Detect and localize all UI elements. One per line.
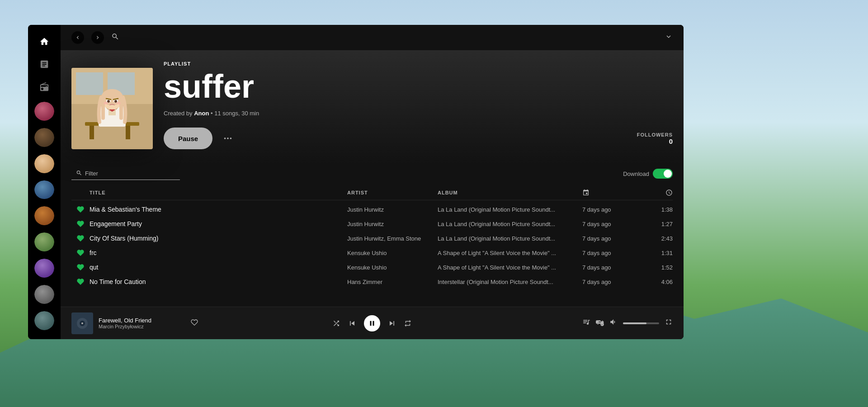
track-list-controls: Download — [71, 164, 673, 187]
track-artist: Justin Hurwitz — [347, 221, 438, 227]
svg-point-18 — [116, 102, 121, 104]
track-album: A Shape of Light "A Silent Voice the Mov… — [438, 250, 582, 256]
table-row[interactable]: City Of Stars (Humming) Justin Hurwitz, … — [71, 231, 673, 246]
pause-button[interactable]: Pause — [164, 128, 212, 149]
table-row[interactable]: Engagement Party Justin Hurwitz La La La… — [71, 217, 673, 231]
play-pause-button[interactable] — [364, 315, 380, 331]
download-toggle: Download — [623, 169, 673, 179]
top-nav — [61, 25, 684, 50]
track-date: 7 days ago — [582, 264, 646, 271]
sidebar-item-downloads[interactable] — [34, 55, 54, 74]
svg-point-21 — [230, 137, 232, 139]
player-controls — [332, 315, 412, 331]
track-heart[interactable] — [71, 220, 90, 227]
filter-search-icon — [76, 170, 82, 178]
toggle-knob — [664, 170, 672, 178]
track-duration: 1:38 — [646, 206, 673, 213]
svg-rect-2 — [76, 72, 103, 95]
filter-input[interactable] — [71, 167, 180, 180]
svg-point-25 — [81, 322, 83, 324]
now-playing-thumb — [71, 312, 93, 334]
track-heart[interactable] — [71, 235, 90, 242]
track-heart[interactable] — [71, 249, 90, 256]
col-album: ALBUM — [438, 189, 582, 196]
track-album: Interstellar (Original Motion Picture So… — [438, 279, 582, 285]
playlist-title: suffer — [164, 70, 673, 103]
now-playing-info: Farewell, Old Friend Marcin Przybyłowicz — [99, 317, 185, 329]
track-album: A Shape of Light "A Silent Voice the Mov… — [438, 264, 582, 271]
queue-icon[interactable] — [582, 318, 590, 328]
track-date: 7 days ago — [582, 206, 646, 213]
track-title: City Of Stars (Humming) — [90, 235, 347, 242]
track-artist: Hans Zimmer — [347, 279, 438, 285]
now-playing-artist: Marcin Przybyłowicz — [99, 324, 185, 329]
svg-rect-6 — [126, 126, 130, 139]
forward-button[interactable] — [91, 31, 104, 44]
track-artist: Justin Hurwitz — [347, 206, 438, 213]
track-duration: 2:43 — [646, 235, 673, 242]
app-window: PLAYLIST suffer Created by Anon • 11 son… — [28, 25, 684, 339]
sidebar-avatar-4[interactable] — [34, 180, 54, 199]
main-content: PLAYLIST suffer Created by Anon • 11 son… — [61, 25, 684, 339]
track-date: 7 days ago — [582, 235, 646, 242]
created-by-text: Created by — [164, 110, 194, 117]
col-heart — [71, 189, 90, 196]
volume-fill — [623, 322, 646, 324]
sidebar-avatar-5[interactable] — [34, 206, 54, 225]
sidebar-avatar-6[interactable] — [34, 232, 54, 251]
creator-link[interactable]: Anon — [194, 110, 209, 117]
track-heart[interactable] — [71, 278, 90, 285]
table-row[interactable]: No Time for Caution Hans Zimmer Interste… — [71, 274, 673, 289]
sidebar-item-radio[interactable] — [34, 77, 54, 96]
shuffle-button[interactable] — [332, 319, 340, 327]
track-duration: 4:06 — [646, 279, 673, 285]
sidebar-avatar-3[interactable] — [34, 154, 54, 173]
repeat-button[interactable] — [404, 319, 412, 327]
sidebar-item-home[interactable] — [34, 32, 54, 51]
next-button[interactable] — [387, 319, 396, 328]
prev-button[interactable] — [348, 319, 357, 328]
player-center — [205, 315, 539, 331]
more-options-button[interactable] — [220, 130, 236, 147]
sidebar-avatar-7[interactable] — [34, 259, 54, 278]
devices-icon[interactable] — [596, 318, 604, 328]
playlist-header: PLAYLIST suffer Created by Anon • 11 son… — [61, 50, 684, 164]
back-button[interactable] — [71, 31, 84, 44]
volume-bar[interactable] — [623, 322, 659, 324]
sidebar-avatar-9[interactable] — [34, 311, 54, 330]
now-playing-title: Farewell, Old Friend — [99, 317, 185, 324]
track-duration: 1:52 — [646, 264, 673, 271]
like-button[interactable] — [191, 319, 198, 328]
track-artist: Kensuke Ushio — [347, 250, 438, 256]
table-row[interactable]: Mia & Sebastian's Theme Justin Hurwitz L… — [71, 202, 673, 217]
track-heart[interactable] — [71, 206, 90, 213]
track-duration: 1:27 — [646, 221, 673, 227]
volume-icon[interactable] — [609, 318, 618, 328]
collapse-button[interactable] — [665, 33, 673, 43]
fullscreen-icon[interactable] — [665, 318, 673, 328]
svg-point-19 — [224, 137, 226, 139]
download-label: Download — [623, 170, 649, 177]
followers-count: 0 — [637, 137, 673, 145]
track-title: No Time for Caution — [90, 278, 347, 285]
svg-point-16 — [114, 100, 117, 103]
col-artist: ARTIST — [347, 189, 438, 196]
player-left: Farewell, Old Friend Marcin Przybyłowicz — [71, 312, 198, 334]
track-table-header: TITLE ARTIST ALBUM — [71, 187, 673, 200]
track-date: 7 days ago — [582, 279, 646, 285]
track-title: qut — [90, 264, 347, 271]
track-duration: 1:31 — [646, 250, 673, 256]
table-row[interactable]: frc Kensuke Ushio A Shape of Light "A Si… — [71, 246, 673, 260]
table-row[interactable]: qut Kensuke Ushio A Shape of Light "A Si… — [71, 260, 673, 274]
track-title: Engagement Party — [90, 220, 347, 227]
playlist-cover — [71, 68, 153, 149]
player-bar: Farewell, Old Friend Marcin Przybyłowicz — [61, 307, 684, 339]
download-toggle-switch[interactable] — [653, 169, 673, 179]
playlist-meta: Created by Anon • 11 songs, 30 min — [164, 110, 673, 117]
track-heart[interactable] — [71, 264, 90, 271]
sidebar-avatar-2[interactable] — [34, 128, 54, 147]
search-icon[interactable] — [111, 33, 119, 43]
sidebar-avatar-1[interactable] — [34, 102, 54, 121]
sidebar-avatar-8[interactable] — [34, 285, 54, 304]
followers-label: FOLLOWERS — [637, 132, 673, 137]
